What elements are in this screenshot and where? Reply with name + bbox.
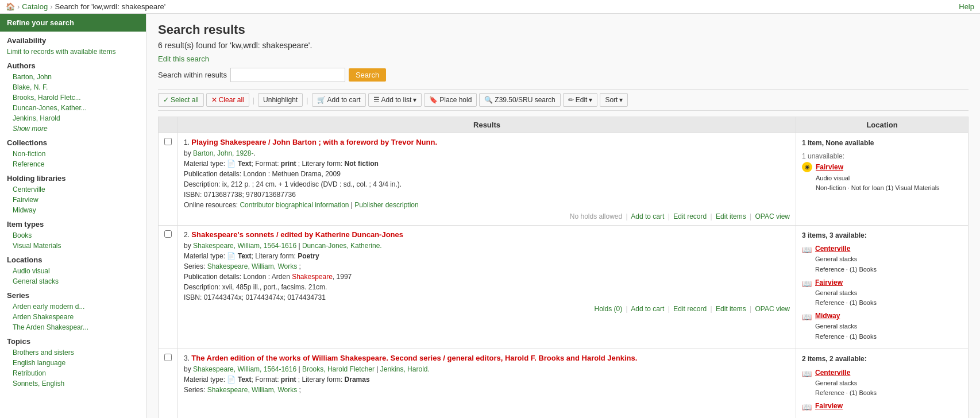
sidebar-item-series-arden-shakes[interactable]: Arden Shakespeare <box>0 312 146 322</box>
sidebar-item-type-books[interactable]: Books <box>0 230 146 241</box>
unhighlight-button[interactable]: Unhighlight <box>258 93 303 107</box>
results-summary: 6 result(s) found for 'kw,wrdl: shakespe… <box>158 41 969 50</box>
sidebar-item-library-midway[interactable]: Midway <box>0 205 146 215</box>
location-name-3a[interactable]: Centerville <box>815 369 850 377</box>
result-add-cart-1[interactable]: Add to cart <box>631 212 664 220</box>
location-name-2b[interactable]: Fairview <box>815 278 843 287</box>
sidebar-item-collection-reference[interactable]: Reference <box>0 159 146 169</box>
search-within-form: Search within results Search <box>158 68 969 82</box>
result-edit-items-1[interactable]: Edit items <box>716 212 746 220</box>
sidebar-item-collection-nonfiction[interactable]: Non-fiction <box>0 149 146 159</box>
result-detail-3: 3. The Arden edition of the works of Wil… <box>178 349 796 418</box>
result-title-link-2[interactable]: Shakespeare's sonnets / edited by Kather… <box>191 230 403 239</box>
result-opac-view-2[interactable]: OPAC view <box>755 305 790 313</box>
location-info-1: 1 item, None available 1 unavailable: ◉ … <box>802 138 962 193</box>
result-online-1a[interactable]: Contributor biographical information <box>240 201 349 209</box>
x-icon: ✕ <box>211 96 217 104</box>
result-holds-2[interactable]: Holds (0) <box>595 305 623 313</box>
sidebar-item-library-fairview[interactable]: Fairview <box>0 195 146 205</box>
sidebar-item-topic-retribution[interactable]: Retribution <box>0 368 146 378</box>
sidebar-header: Refine your search <box>0 14 146 32</box>
select-all-button[interactable]: ✓ Select all <box>158 93 204 107</box>
add-to-list-button[interactable]: ☰ Add to list ▾ <box>368 93 422 107</box>
result-checkbox-2[interactable] <box>159 226 178 349</box>
location-name-1[interactable]: Fairview <box>816 163 843 171</box>
home-icon[interactable]: 🏠 <box>6 2 15 11</box>
result-edit-record-2[interactable]: Edit record <box>673 305 707 313</box>
result-series-link-2[interactable]: Shakespeare, William, Works <box>207 262 298 270</box>
result-checkbox-1[interactable] <box>159 133 178 226</box>
result-title-link-1[interactable]: Playing Shakespeare / John Barton ; with… <box>191 138 437 146</box>
sidebar-item-show-more[interactable]: Show more <box>0 123 146 134</box>
sidebar-section-availability: Availability <box>0 32 146 47</box>
sidebar: Refine your search Availability Limit to… <box>0 14 146 418</box>
dropdown-arrow-edit: ▾ <box>589 96 592 104</box>
result-author-link-3c[interactable]: Jenkins, Harold. <box>380 365 430 373</box>
sidebar-item-series-the-arden[interactable]: The Arden Shakespear... <box>0 322 146 332</box>
result-author-link-2a[interactable]: Shakespeare, William, 1564-1616 <box>193 242 296 250</box>
table-row: 2. Shakespeare's sonnets / edited by Kat… <box>159 226 969 349</box>
result-edit-record-1[interactable]: Edit record <box>673 212 707 220</box>
add-to-cart-button[interactable]: 🛒 Add to cart <box>312 93 366 107</box>
result-detail-2: 2. Shakespeare's sonnets / edited by Kat… <box>178 226 796 349</box>
result-author-link-2b[interactable]: Duncan-Jones, Katherine. <box>302 242 382 250</box>
location-detail-3a-1: General stacks <box>815 378 877 389</box>
result-title-link-3[interactable]: The Arden edition of the works of Willia… <box>191 354 637 362</box>
result-online-1b[interactable]: Publisher description <box>354 201 418 209</box>
result-add-cart-2[interactable]: Add to cart <box>631 305 664 313</box>
result-location-1: 1 item, None available 1 unavailable: ◉ … <box>796 133 969 226</box>
edit-button[interactable]: ✏ Edit ▾ <box>563 93 598 107</box>
sidebar-item-author-barton[interactable]: Barton, John <box>0 72 146 82</box>
sidebar-item-location-av[interactable]: Audio visual <box>0 266 146 276</box>
edit-search-link[interactable]: Edit this search <box>158 55 209 63</box>
result-opac-view-1[interactable]: OPAC view <box>755 212 790 220</box>
result-author-link-3a[interactable]: Shakespeare, William, 1564-1616 <box>193 365 296 373</box>
page-title: Search results <box>158 22 969 37</box>
location-entry-2a: 📖 Centerville General stacks Reference ·… <box>802 243 962 274</box>
main-content: Search results 6 result(s) found for 'kw… <box>146 14 980 418</box>
result-title-3: 3. The Arden edition of the works of Wil… <box>184 354 790 362</box>
sidebar-item-author-jenkins[interactable]: Jenkins, Harold <box>0 113 146 123</box>
sidebar-item-topic-brothers[interactable]: Brothers and sisters <box>0 347 146 358</box>
sidebar-item-type-visual[interactable]: Visual Materials <box>0 241 146 251</box>
place-hold-button[interactable]: 🔖 Place hold <box>424 93 477 107</box>
location-detail-av-1: Audio visual <box>816 173 940 184</box>
table-row: 3. The Arden edition of the works of Wil… <box>159 349 969 418</box>
location-detail-2b-2: Reference · (1) Books <box>815 298 877 308</box>
book-icon-3a: 📖 <box>802 367 812 380</box>
result-edit-items-2[interactable]: Edit items <box>716 305 746 313</box>
help-link[interactable]: Help <box>959 2 974 11</box>
result-series-link-3[interactable]: Shakespeare, William, Works <box>207 386 298 394</box>
sidebar-section-collections: Collections <box>0 134 146 149</box>
result-meta-1: by Barton, John, 1928-. Material type: 📄… <box>184 148 790 210</box>
sidebar-item-author-brooks[interactable]: Brooks, Harold Fletc... <box>0 92 146 103</box>
sidebar-item-series-arden-early[interactable]: Arden early modern d... <box>0 301 146 312</box>
sidebar-item-topic-sonnets[interactable]: Sonnets, English <box>0 378 146 389</box>
result-author-link-3b[interactable]: Brooks, Harold Fletcher <box>302 365 375 373</box>
location-name-2c[interactable]: Midway <box>815 312 840 320</box>
result-author-link-1[interactable]: Barton, John, 1928- <box>193 149 253 157</box>
sidebar-item-availability[interactable]: Limit to records with available items <box>0 47 146 57</box>
search-within-label: Search within results <box>158 71 227 79</box>
catalog-link[interactable]: Catalog <box>22 2 48 11</box>
sidebar-item-author-duncan[interactable]: Duncan-Jones, Kather... <box>0 103 146 113</box>
sidebar-item-author-blake[interactable]: Blake, N. F. <box>0 82 146 92</box>
search-within-input[interactable] <box>230 68 345 82</box>
z3950-button[interactable]: 🔍 Z39.50/SRU search <box>479 93 560 107</box>
location-available-2: 3 items, 3 available: <box>802 230 962 241</box>
col-results: Results <box>178 117 796 133</box>
sidebar-item-location-general[interactable]: General stacks <box>0 276 146 287</box>
search-within-button[interactable]: Search <box>349 68 386 82</box>
av-icon-1: ◉ <box>802 162 812 172</box>
sidebar-section-authors: Authors <box>0 57 146 72</box>
sidebar-item-library-centerville[interactable]: Centerville <box>0 184 146 195</box>
location-entry-2c: 📖 Midway General stacks Reference · (1) … <box>802 311 962 342</box>
location-name-2a[interactable]: Centerville <box>815 245 850 253</box>
sidebar-item-topic-english[interactable]: English language <box>0 358 146 368</box>
location-detail-2c-1: General stacks <box>815 322 877 332</box>
result-checkbox-3[interactable] <box>159 349 178 418</box>
location-name-3b[interactable]: Fairview <box>815 402 843 410</box>
clear-all-button[interactable]: ✕ Clear all <box>206 93 249 107</box>
location-detail-2b-1: General stacks <box>815 288 877 299</box>
sort-button[interactable]: Sort ▾ <box>600 93 628 107</box>
